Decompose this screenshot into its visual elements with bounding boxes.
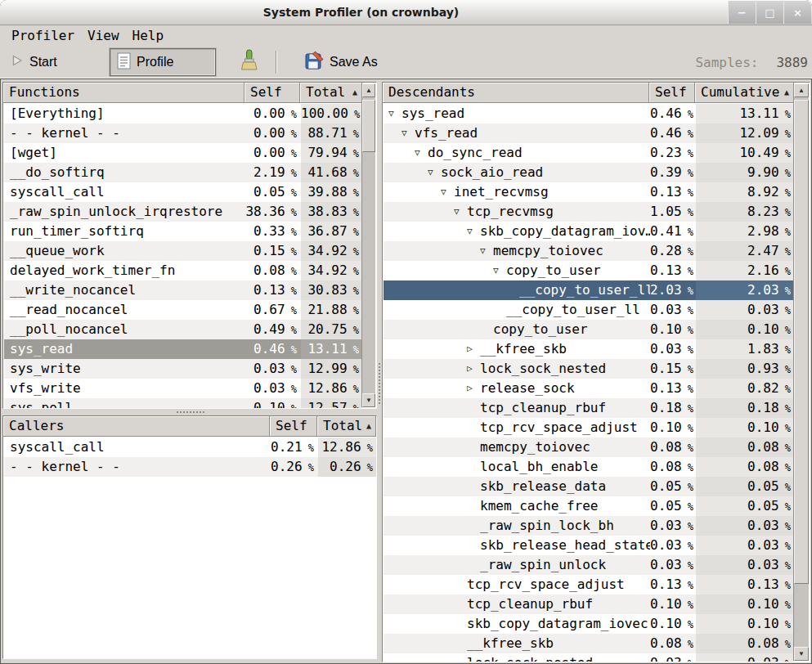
cell-name: ▽copy_to_user xyxy=(384,261,650,280)
table-row[interactable]: sys_poll0.10 %12.57 % xyxy=(4,398,363,409)
tree-row[interactable]: copy_to_user0.10 %0.10 % xyxy=(384,320,795,339)
table-row[interactable]: __write_nocancel0.13 %30.83 % xyxy=(4,280,363,300)
tree-row[interactable]: ▽do_sync_read0.23 %10.49 % xyxy=(384,143,795,163)
tree-row[interactable]: tcp_cleanup_rbuf0.18 %0.18 % xyxy=(384,398,795,418)
table-row[interactable]: [Everything]0.00 %100.00 % xyxy=(4,104,363,123)
cell-total: 12.09 % xyxy=(696,123,795,143)
menu-help[interactable]: Help xyxy=(129,25,168,47)
tree-row[interactable]: _raw_spin_unlock0.03 %0.03 % xyxy=(384,555,795,575)
tree-row[interactable]: lock_sock_nested0.03 %0.03 % xyxy=(384,653,795,662)
column-header-self[interactable]: Self xyxy=(270,416,317,437)
column-header-total[interactable]: Total▲ xyxy=(317,416,376,437)
resize-grip-icon xyxy=(176,411,205,414)
column-header-callers[interactable]: Callers xyxy=(3,416,270,437)
samples-label: Samples: xyxy=(695,55,758,70)
table-row[interactable]: - - kernel - -0.26 %0.26 % xyxy=(4,457,377,477)
tree-row[interactable]: skb_release_head_state0.03 %0.03 % xyxy=(384,536,795,555)
expander-expanded-icon[interactable]: ▽ xyxy=(454,202,460,222)
tree-row[interactable]: ▽tcp_recvmsg1.05 %8.23 % xyxy=(384,202,795,222)
column-header-total[interactable]: Total▲ xyxy=(300,83,362,103)
tree-row[interactable]: ▽sock_aio_read0.39 %9.90 % xyxy=(384,163,795,182)
menu-view[interactable]: View xyxy=(84,25,123,47)
table-row[interactable]: syscall_call0.05 %39.88 % xyxy=(4,182,363,202)
tree-row[interactable]: ▽skb_copy_datagram_iov…0.41 %2.98 % xyxy=(384,222,795,241)
cell-name: __read_nocancel xyxy=(4,300,245,320)
table-row[interactable]: sys_write0.03 %12.99 % xyxy=(4,359,363,379)
cell-self: 0.10 % xyxy=(245,398,301,409)
tree-row[interactable]: ▽vfs_read0.46 %12.09 % xyxy=(384,123,795,143)
reset-brush-button[interactable] xyxy=(231,49,266,75)
expander-expanded-icon[interactable]: ▽ xyxy=(441,182,446,202)
expander-expanded-icon[interactable]: ▽ xyxy=(388,104,394,123)
window-controls: −□× xyxy=(728,1,811,24)
profile-toggle-button[interactable]: Profile xyxy=(110,48,216,76)
tree-row[interactable]: ▷__kfree_skb0.03 %1.83 % xyxy=(384,339,795,359)
table-row[interactable]: - - kernel - -0.00 %88.71 % xyxy=(4,123,363,143)
tree-row[interactable]: skb_release_data0.05 %0.05 % xyxy=(384,477,795,496)
scroll-up-icon[interactable]: ▲ xyxy=(362,83,375,97)
expander-expanded-icon[interactable]: ▽ xyxy=(415,143,420,163)
tree-row[interactable]: memcpy_toiovec0.08 %0.08 % xyxy=(384,437,795,457)
expander-expanded-icon[interactable]: ▽ xyxy=(402,123,407,143)
tree-row[interactable]: ▽memcpy_toiovec0.28 %2.47 % xyxy=(384,241,795,261)
tree-row[interactable]: ▷lock_sock_nested0.15 %0.93 % xyxy=(384,359,795,379)
maximize-button[interactable]: □ xyxy=(756,1,783,24)
functions-callers-resize-handle[interactable] xyxy=(2,409,377,415)
tree-row[interactable]: __kfree_skb0.08 %0.08 % xyxy=(384,634,795,653)
cell-name: ▽do_sync_read xyxy=(384,143,650,163)
tree-row[interactable]: tcp_rcv_space_adjust0.13 %0.13 % xyxy=(384,575,795,594)
callers-header: Callers Self Total▲ xyxy=(3,416,376,437)
table-row[interactable]: sys_read0.46 %13.11 % xyxy=(4,339,363,359)
scroll-up-icon[interactable]: ▲ xyxy=(794,83,809,97)
tree-row[interactable]: ▽sys_read0.46 %13.11 % xyxy=(384,104,795,123)
tree-row[interactable]: ▽inet_recvmsg0.13 %8.92 % xyxy=(384,182,795,202)
menu-profiler[interactable]: Profiler xyxy=(8,25,78,47)
expander-expanded-icon[interactable]: ▽ xyxy=(428,163,433,182)
cell-self: 0.15 % xyxy=(245,241,301,261)
descendants-scrollbar-thumb[interactable] xyxy=(794,100,809,584)
expander-expanded-icon[interactable]: ▽ xyxy=(480,241,486,261)
tree-row[interactable]: ▽copy_to_user0.13 %2.16 % xyxy=(384,261,795,280)
table-row[interactable]: [wget]0.00 %79.94 % xyxy=(4,143,363,163)
save-as-button[interactable]: Save As xyxy=(301,49,382,75)
expander-expanded-icon[interactable]: ▽ xyxy=(493,261,499,280)
scroll-down-icon[interactable]: ▼ xyxy=(362,393,375,407)
expander-collapsed-icon[interactable]: ▷ xyxy=(467,339,473,359)
cell-total: 0.03 % xyxy=(696,555,795,575)
expander-expanded-icon[interactable]: ▽ xyxy=(467,222,473,241)
table-row[interactable]: run_timer_softirq0.33 %36.87 % xyxy=(4,222,363,241)
functions-scrollbar-thumb[interactable] xyxy=(362,100,375,152)
start-button[interactable]: Start xyxy=(5,49,63,75)
column-header-self[interactable]: Self xyxy=(649,83,695,103)
tree-row[interactable]: _raw_spin_lock_bh0.03 %0.03 % xyxy=(384,516,795,536)
column-header-functions[interactable]: Functions xyxy=(3,83,244,103)
table-row[interactable]: _raw_spin_unlock_irqrestore38.36 %38.83 … xyxy=(4,202,363,222)
scroll-down-icon[interactable]: ▼ xyxy=(794,647,809,661)
table-row[interactable]: delayed_work_timer_fn0.08 %34.92 % xyxy=(4,261,363,280)
functions-scrollbar[interactable]: ▲ ▼ xyxy=(361,83,375,407)
minimize-button[interactable]: − xyxy=(729,1,756,24)
table-row[interactable]: __do_softirq2.19 %41.68 % xyxy=(4,163,363,182)
table-row[interactable]: __poll_nocancel0.49 %20.75 % xyxy=(4,320,363,339)
table-row[interactable]: vfs_write0.03 %12.86 % xyxy=(4,379,363,398)
table-row[interactable]: __read_nocancel0.67 %21.88 % xyxy=(4,300,363,320)
table-row[interactable]: syscall_call0.21 %12.86 % xyxy=(4,437,377,457)
tree-row[interactable]: __copy_to_user_ll2.03 %2.03 % xyxy=(384,280,795,300)
tree-row[interactable]: tcp_rcv_space_adjust0.10 %0.10 % xyxy=(384,418,795,437)
table-row[interactable]: __queue_work0.15 %34.92 % xyxy=(4,241,363,261)
expander-collapsed-icon[interactable]: ▷ xyxy=(467,359,473,379)
tree-row[interactable]: __copy_to_user_ll0.03 %0.03 % xyxy=(384,300,795,320)
column-header-self[interactable]: Self xyxy=(244,83,300,103)
tree-row[interactable]: kmem_cache_free0.05 %0.05 % xyxy=(384,496,795,516)
descendants-scrollbar[interactable]: ▲ ▼ xyxy=(793,83,809,661)
column-header-descendants[interactable]: Descendants xyxy=(383,83,649,103)
expander-collapsed-icon[interactable]: ▷ xyxy=(467,379,473,398)
tree-row[interactable]: ▷release_sock0.13 %0.82 % xyxy=(384,379,795,398)
cell-self: 0.10 % xyxy=(650,418,696,437)
column-header-cumulative[interactable]: Cumulative▲ xyxy=(695,83,794,103)
tree-row[interactable]: skb_copy_datagram_iovec0.10 %0.10 % xyxy=(384,614,795,634)
tree-row[interactable]: local_bh_enable0.08 %0.08 % xyxy=(384,457,795,477)
close-button[interactable]: × xyxy=(784,1,811,24)
titlebar[interactable]: System Profiler (on crownbay) −□× xyxy=(0,0,812,25)
tree-row[interactable]: tcp_cleanup_rbuf0.10 %0.10 % xyxy=(384,594,795,614)
